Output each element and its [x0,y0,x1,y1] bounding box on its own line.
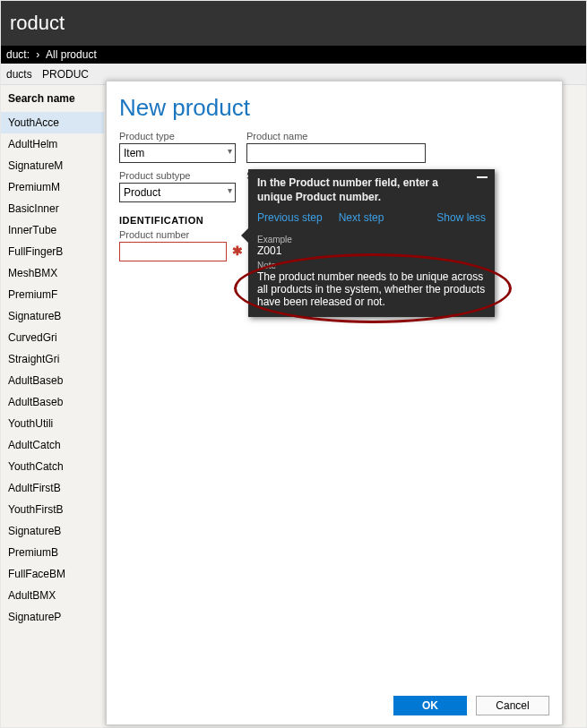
product-number-label: Product number [119,229,246,240]
minimize-icon[interactable] [477,176,488,178]
tab-products[interactable]: ducts [6,68,32,81]
tooltip-arrow-icon [241,228,248,243]
ok-button[interactable]: OK [393,696,467,715]
next-step-link[interactable]: Next step [339,211,384,224]
breadcrumb: duct: › All product [1,46,586,64]
list-item[interactable]: PremiumF [1,284,104,305]
list-item[interactable]: AdultHelm [1,133,104,155]
list-item[interactable]: AdultFirstB [1,477,104,499]
identification-section-header: IDENTIFICATION [119,215,246,226]
example-value: Z001 [257,244,486,257]
breadcrumb-seg2[interactable]: All product [46,48,97,61]
list-item[interactable]: YouthCatch [1,456,104,477]
chevron-right-icon: › [36,48,39,61]
note-label: Note [257,261,486,270]
product-type-label: Product type [119,131,236,141]
tooltip-message: In the Product number field, enter a uni… [257,176,438,203]
list-item[interactable]: FullFaceBM [1,563,104,585]
list-item[interactable]: InnerTube [1,219,104,241]
list-item[interactable]: FullFingerB [1,241,104,262]
list-item[interactable]: SignatureP [1,606,104,628]
cancel-button[interactable]: Cancel [476,696,549,715]
list-item[interactable]: CurvedGri [1,327,104,348]
product-subtype-label: Product subtype [119,170,236,181]
list-item[interactable]: MeshBMX [1,262,104,284]
list-item[interactable]: BasicInner [1,198,104,219]
product-list: Search name YouthAcceAdultHelmSignatureM… [1,85,104,628]
product-name-label: Product name [246,131,426,141]
list-item[interactable]: AdultBaseb [1,370,104,391]
list-item[interactable]: SignatureM [1,155,104,176]
list-item[interactable]: YouthFirstB [1,499,104,520]
list-item[interactable]: YouthUtili [1,413,104,434]
product-number-input[interactable] [119,242,227,261]
example-label: Example [257,235,486,244]
guidance-tooltip: In the Product number field, enter a uni… [248,169,495,317]
list-item[interactable]: AdultBaseb [1,391,104,413]
list-item[interactable]: AdultBMX [1,585,104,606]
list-item[interactable]: SignatureB [1,305,104,327]
previous-step-link[interactable]: Previous step [257,211,323,224]
list-item[interactable]: PremiumM [1,176,104,198]
tab-product[interactable]: PRODUC [42,68,89,81]
list-item[interactable]: AdultCatch [1,434,104,456]
show-less-link[interactable]: Show less [436,211,486,224]
note-value: The product number needs to be unique ac… [257,270,486,308]
required-asterisk-icon: ✱ [232,244,243,258]
product-type-select[interactable]: Item [119,143,236,163]
product-subtype-select[interactable]: Product [119,183,236,202]
product-name-input[interactable] [246,143,426,163]
list-item[interactable]: YouthAcce [1,112,104,133]
list-item[interactable]: SignatureB [1,520,104,542]
dialog-title: New product [119,94,549,122]
list-item[interactable]: StraightGri [1,348,104,370]
window-title: roduct [1,1,586,46]
breadcrumb-seg1[interactable]: duct: [6,48,30,61]
list-header: Search name [1,85,104,112]
list-item[interactable]: PremiumB [1,542,104,563]
